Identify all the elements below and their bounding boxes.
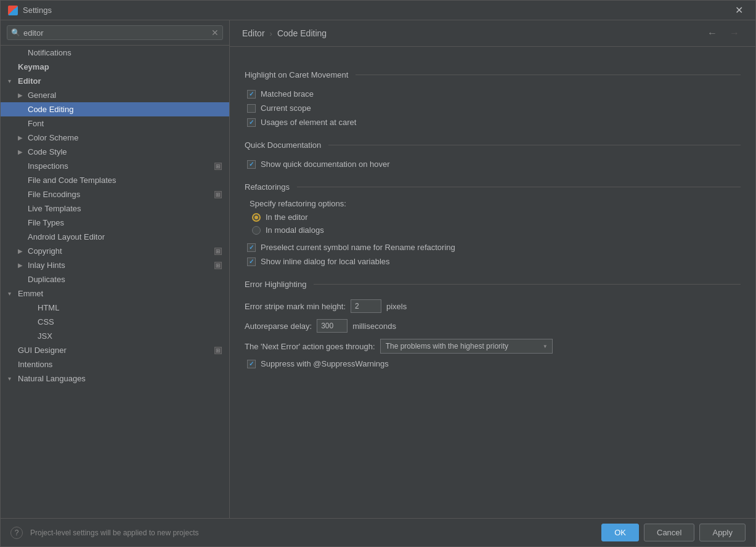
sidebar: 🔍 ✕ Notifications Keymap ▾ Editor xyxy=(1,20,230,518)
divider-line xyxy=(356,75,741,75)
checkbox-label[interactable]: Preselect current symbol name for Rename… xyxy=(247,243,455,252)
stripe-label: Error stripe mark min height: xyxy=(245,302,346,311)
autoreparse-value-input[interactable] xyxy=(317,319,348,333)
matched-brace-checkbox[interactable] xyxy=(247,90,256,99)
sidebar-item-code-editing[interactable]: Code Editing xyxy=(1,102,229,116)
stripe-mark-row: Error stripe mark min height: pixels xyxy=(245,296,741,316)
section-title: Highlight on Caret Movement xyxy=(245,70,348,79)
option-text: Usages of element at caret xyxy=(261,118,356,127)
bottom-buttons: OK Cancel Apply xyxy=(601,524,746,541)
back-button[interactable]: ← xyxy=(704,26,721,40)
help-button[interactable]: ? xyxy=(10,527,23,539)
section-title: Refactorings xyxy=(245,182,290,192)
divider-line xyxy=(314,284,741,285)
suppress-warnings-checkbox[interactable] xyxy=(247,360,256,368)
sidebar-item-natural-languages[interactable]: ▾ Natural Languages xyxy=(1,371,229,386)
settings-badge: ⊞ xyxy=(214,163,222,170)
sidebar-item-label: File Types xyxy=(28,218,222,227)
sidebar-item-label: JSX xyxy=(38,331,222,341)
error-highlighting-section-header: Error Highlighting xyxy=(245,280,741,289)
forward-button[interactable]: → xyxy=(726,26,743,40)
option-current-scope: Current scope xyxy=(247,101,741,115)
sidebar-item-label: File and Code Templates xyxy=(28,176,222,185)
next-error-dropdown[interactable]: The problems with the highest priority A… xyxy=(380,339,553,354)
autoreparse-unit: milliseconds xyxy=(352,322,396,331)
checkbox-label[interactable]: Show quick documentation on hover xyxy=(247,160,390,169)
next-error-row: The 'Next Error' action goes through: Th… xyxy=(245,336,741,357)
arrow-icon: ▾ xyxy=(8,290,15,297)
radio-in-modal[interactable]: In modal dialogs xyxy=(252,224,741,237)
divider-line xyxy=(297,187,741,187)
sidebar-item-code-style[interactable]: ▶ Code Style xyxy=(1,145,229,159)
search-icon: 🔍 xyxy=(11,28,20,37)
autoreparse-row: Autoreparse delay: milliseconds xyxy=(245,316,741,336)
settings-badge: ⊞ xyxy=(214,347,222,354)
close-button[interactable]: ✕ xyxy=(730,2,748,18)
sidebar-item-html[interactable]: HTML xyxy=(1,301,229,315)
checkbox-label[interactable]: Current scope xyxy=(247,103,311,113)
option-text: Show quick documentation on hover xyxy=(261,160,390,169)
usages-at-caret-checkbox[interactable] xyxy=(247,118,256,127)
breadcrumb-parent[interactable]: Editor xyxy=(242,28,265,38)
arrow-icon: ▶ xyxy=(18,262,25,269)
apply-button[interactable]: Apply xyxy=(699,524,746,541)
sidebar-item-duplicates[interactable]: Duplicates xyxy=(1,272,229,286)
cancel-button[interactable]: Cancel xyxy=(644,524,694,541)
option-text: Matched brace xyxy=(261,89,314,99)
sidebar-item-label: Android Layout Editor xyxy=(28,232,222,241)
refactoring-radio-group: In the editor In modal dialogs xyxy=(252,211,741,237)
sidebar-item-intentions[interactable]: Intentions xyxy=(1,357,229,371)
stripe-value-input[interactable] xyxy=(351,299,381,313)
sidebar-item-editor[interactable]: ▾ Editor xyxy=(1,74,229,88)
radio-in-editor-button[interactable] xyxy=(252,213,261,222)
right-panel: Editor › Code Editing ← → Highlight on C… xyxy=(230,20,755,518)
option-text: Suppress with @SuppressWarnings xyxy=(261,359,389,368)
option-text: Preselect current symbol name for Rename… xyxy=(261,243,455,252)
sidebar-item-css[interactable]: CSS xyxy=(1,315,229,329)
checkbox-label[interactable]: Matched brace xyxy=(247,89,314,99)
sidebar-item-jsx[interactable]: JSX xyxy=(1,329,229,343)
sidebar-item-inspections[interactable]: Inspections ⊞ xyxy=(1,159,229,173)
sidebar-item-color-scheme[interactable]: ▶ Color Scheme xyxy=(1,131,229,145)
search-clear-button[interactable]: ✕ xyxy=(211,28,219,38)
ok-button[interactable]: OK xyxy=(601,524,639,541)
sidebar-item-gui-designer[interactable]: GUI Designer ⊞ xyxy=(1,343,229,357)
arrow-icon: ▾ xyxy=(8,375,15,382)
sidebar-item-label: Inspections xyxy=(28,161,214,171)
sidebar-item-file-types[interactable]: File Types xyxy=(1,216,229,230)
sidebar-item-keymap[interactable]: Keymap xyxy=(1,60,229,74)
settings-content: Highlight on Caret Movement Matched brac… xyxy=(230,47,755,518)
sidebar-item-file-encodings[interactable]: File Encodings ⊞ xyxy=(1,187,229,201)
option-suppress-warnings: Suppress with @SuppressWarnings xyxy=(247,357,741,371)
sidebar-item-android-layout-editor[interactable]: Android Layout Editor xyxy=(1,230,229,244)
sidebar-item-label: CSS xyxy=(38,317,222,326)
radio-in-editor[interactable]: In the editor xyxy=(252,211,741,224)
sidebar-item-inlay-hints[interactable]: ▶ Inlay Hints ⊞ xyxy=(1,258,229,272)
sidebar-item-copyright[interactable]: ▶ Copyright ⊞ xyxy=(1,244,229,258)
sidebar-item-label: HTML xyxy=(38,303,222,312)
sidebar-item-notifications[interactable]: Notifications xyxy=(1,46,229,60)
preselect-rename-checkbox[interactable] xyxy=(247,243,256,252)
checkbox-label[interactable]: Usages of element at caret xyxy=(247,118,356,127)
next-error-label: The 'Next Error' action goes through: xyxy=(245,342,375,351)
sidebar-item-live-templates[interactable]: Live Templates xyxy=(1,201,229,216)
current-scope-checkbox[interactable] xyxy=(247,104,256,113)
sidebar-item-general[interactable]: ▶ General xyxy=(1,88,229,102)
arrow-icon: ▶ xyxy=(18,248,25,254)
sidebar-item-file-code-templates[interactable]: File and Code Templates xyxy=(1,173,229,187)
quick-doc-checkbox[interactable] xyxy=(247,160,256,169)
radio-in-modal-button[interactable] xyxy=(252,226,261,235)
show-inline-dialog-checkbox[interactable] xyxy=(247,257,256,266)
sidebar-item-label: Inlay Hints xyxy=(28,261,214,270)
highlight-section-header: Highlight on Caret Movement xyxy=(245,70,741,79)
sidebar-item-label: Code Editing xyxy=(28,105,222,114)
sidebar-item-label: General xyxy=(28,91,222,100)
option-matched-brace: Matched brace xyxy=(247,87,741,101)
section-title: Error Highlighting xyxy=(245,280,306,289)
sidebar-item-emmet[interactable]: ▾ Emmet xyxy=(1,286,229,301)
checkbox-label[interactable]: Suppress with @SuppressWarnings xyxy=(247,359,389,368)
autoreparse-label: Autoreparse delay: xyxy=(245,322,312,331)
search-input[interactable] xyxy=(23,28,211,38)
sidebar-item-font[interactable]: Font xyxy=(1,116,229,131)
checkbox-label[interactable]: Show inline dialog for local variables xyxy=(247,257,390,266)
